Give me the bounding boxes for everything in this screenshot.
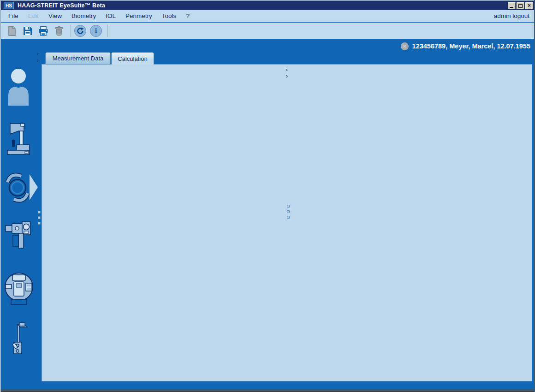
print-button[interactable]: [37, 24, 50, 37]
window-bottom-border: [1, 389, 535, 392]
iol-icon: [5, 172, 30, 204]
splitter-handle: [38, 211, 41, 214]
panel-splitter[interactable]: [287, 205, 290, 221]
application-window: HS HAAG-STREIT EyeSuite™ Beta × File Edi…: [0, 0, 535, 392]
sidebar-item-iol[interactable]: [5, 172, 30, 206]
menu-help[interactable]: ?: [184, 12, 191, 20]
sidebar-item-tonometry[interactable]: [8, 322, 30, 356]
patient-avatar: ✕: [401, 42, 409, 50]
save-icon: [22, 25, 33, 36]
tab-calculation[interactable]: Calculation: [111, 52, 154, 65]
active-section-arrow-icon: [29, 172, 39, 204]
patient-summary: 123456789, Meyer, Marcel, 12.07.1955: [412, 42, 530, 50]
avatar-x-icon: ✕: [403, 44, 406, 49]
patient-icon: [6, 68, 30, 106]
print-icon: [38, 25, 49, 36]
delete-button[interactable]: [53, 24, 65, 37]
collapse-od-icon[interactable]: ‹: [286, 67, 288, 72]
calculation-panel: [42, 64, 532, 381]
info-icon: i: [95, 27, 97, 35]
refresh-button[interactable]: [74, 25, 86, 37]
close-icon: ×: [526, 2, 533, 9]
sidebar-item-imaging[interactable]: [5, 220, 33, 256]
sidebar-item-biometry[interactable]: [6, 121, 31, 158]
splitter-handle: [38, 216, 41, 219]
sidebar-item-patient[interactable]: [6, 68, 30, 107]
maximize-icon: [518, 4, 523, 8]
sidebar-item-perimetry[interactable]: [4, 270, 34, 308]
delete-icon: [54, 25, 65, 36]
menu-view[interactable]: View: [47, 12, 64, 20]
toolbar: i: [1, 23, 535, 39]
refresh-icon: [77, 27, 84, 35]
expand-right-icon[interactable]: ›: [37, 58, 39, 63]
tonometer-icon: [8, 322, 30, 354]
tab-measurement-data[interactable]: Measurement Data: [45, 52, 111, 64]
menu-file[interactable]: File: [6, 12, 20, 20]
perimeter-icon: [4, 270, 34, 306]
save-button[interactable]: [21, 24, 34, 37]
new-document-button[interactable]: [6, 24, 18, 37]
splitter-handle: [287, 210, 290, 213]
menu-bar: File Edit View Biometry IOL Perimetry To…: [1, 10, 535, 22]
haag-streit-logo-icon: HS: [4, 2, 14, 9]
toolbar-separator: [107, 25, 108, 37]
toolbar-separator: [70, 25, 71, 37]
menu-iol[interactable]: IOL: [104, 12, 118, 20]
new-document-icon: [6, 25, 18, 36]
expand-os-icon[interactable]: ›: [286, 74, 288, 78]
patient-bar: ✕ 123456789, Meyer, Marcel, 12.07.1955: [1, 39, 530, 53]
sidebar-splitter[interactable]: [38, 211, 41, 227]
biometry-device-icon: [6, 121, 31, 156]
info-button[interactable]: i: [90, 25, 102, 37]
minimize-button[interactable]: [508, 2, 516, 9]
menu-tools[interactable]: Tools: [160, 12, 178, 20]
title-bar: HS HAAG-STREIT EyeSuite™ Beta ×: [1, 0, 535, 10]
menu-edit[interactable]: Edit: [26, 12, 41, 20]
close-button[interactable]: ×: [525, 2, 533, 9]
menu-perimetry[interactable]: Perimetry: [124, 12, 154, 20]
splitter-handle: [38, 222, 41, 225]
collapse-left-icon[interactable]: ‹: [37, 52, 39, 56]
admin-logout-link[interactable]: admin logout: [494, 12, 529, 19]
window-title: HAAG-STREIT EyeSuite™ Beta: [18, 2, 105, 9]
minimize-icon: [510, 7, 513, 8]
maximize-button[interactable]: [517, 2, 524, 9]
menu-biometry[interactable]: Biometry: [70, 12, 98, 20]
slitlamp-camera-icon: [5, 220, 33, 255]
splitter-handle: [287, 216, 290, 219]
splitter-handle: [287, 205, 290, 208]
